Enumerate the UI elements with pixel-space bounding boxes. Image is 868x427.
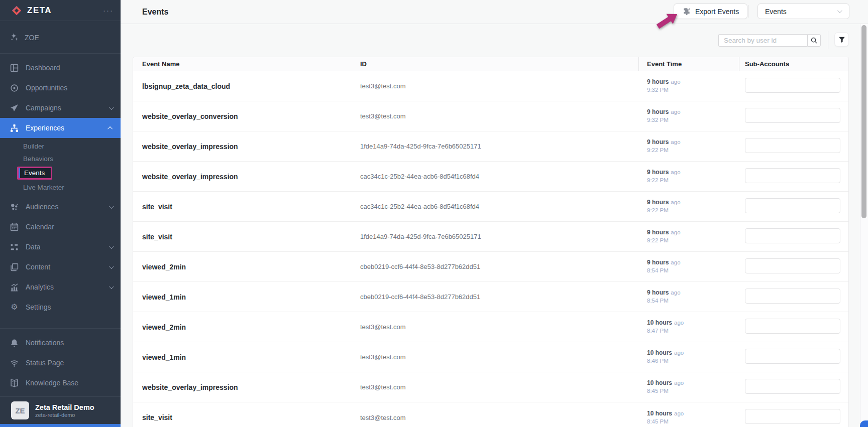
table-row[interactable]: website_overlay_conversion test3@test.co… <box>133 101 848 131</box>
chevron-down-icon <box>837 8 842 13</box>
event-name-cell: website_overlay_conversion <box>133 112 360 120</box>
sidebar-item-label: Settings <box>26 303 113 311</box>
filter-icon <box>838 36 845 43</box>
table-row[interactable]: lbsignup_zeta_data_cloud test3@test.com … <box>133 71 848 101</box>
events-view-dropdown[interactable]: Events <box>757 4 849 19</box>
book-icon <box>10 379 19 387</box>
table-row[interactable]: site_visit cac34c1c-25b2-44ea-acb6-8d54f… <box>133 192 848 222</box>
sidebar-item-data[interactable]: Data <box>0 237 121 257</box>
search-button[interactable] <box>807 34 821 47</box>
export-events-button[interactable]: Export Events <box>674 4 747 19</box>
sidebar-item-experiences[interactable]: Experiences <box>0 118 121 138</box>
sitemap-icon <box>10 124 19 132</box>
table-header-row: Event Name ID Event Time Sub-Accounts <box>133 57 848 71</box>
column-divider[interactable] <box>638 57 639 71</box>
sidebar-subitem-events[interactable]: Events <box>0 165 121 181</box>
event-name-cell: viewed_2min <box>133 323 360 331</box>
sidebar-subitem-behaviors[interactable]: Behaviors <box>0 153 121 165</box>
sub-account-input[interactable] <box>745 108 840 123</box>
sidebar-item-label: Opportunities <box>26 84 113 92</box>
event-name-cell: lbsignup_zeta_data_cloud <box>133 82 360 90</box>
chevron-down-icon <box>109 244 114 249</box>
table-row[interactable]: website_overlay_impression test3@test.co… <box>133 372 848 402</box>
sidebar-item-label: Audiences <box>26 203 109 211</box>
sub-account-input[interactable] <box>745 78 840 93</box>
table-row[interactable]: viewed_2min cbeb0219-ccf6-44f4-8e53-8d27… <box>133 252 848 282</box>
sub-account-input[interactable] <box>745 198 840 213</box>
sidebar-item-status-page[interactable]: Status Page <box>0 353 121 373</box>
event-time-absolute: 9:32 PM <box>647 116 745 124</box>
event-id-cell: test3@test.com <box>360 383 647 391</box>
table-row[interactable]: viewed_2min test3@test.com 10 hoursago 8… <box>133 312 848 342</box>
sidebar-item-dashboard[interactable]: Dashboard <box>0 58 121 78</box>
event-time-ago: ago <box>674 320 684 326</box>
search-input[interactable] <box>718 34 807 47</box>
sub-account-input[interactable] <box>745 319 840 334</box>
filter-button[interactable] <box>834 32 849 47</box>
sidebar-subitem-live-marketer[interactable]: Live Marketer <box>0 181 121 194</box>
sub-account-input[interactable] <box>745 138 840 153</box>
event-name-cell: website_overlay_impression <box>133 383 360 391</box>
sub-account-input[interactable] <box>745 379 840 394</box>
sub-accounts-cell <box>745 198 848 215</box>
scrollbar-thumb[interactable] <box>861 25 866 218</box>
sidebar-divider <box>0 328 121 329</box>
event-id-cell: test3@test.com <box>360 414 647 421</box>
event-time-absolute: 8:45 PM <box>647 418 745 426</box>
topbar-divider <box>748 5 748 18</box>
sidebar-item-label: Experiences <box>26 124 109 132</box>
sidebar-subitem-builder[interactable]: Builder <box>0 140 121 153</box>
sub-account-input[interactable] <box>745 349 840 364</box>
sidebar-item-analytics[interactable]: Analytics <box>0 277 121 297</box>
event-time-relative: 9 hours <box>647 259 669 266</box>
event-time-ago: ago <box>674 350 684 356</box>
sub-account-input[interactable] <box>745 258 840 273</box>
sidebar-item-opportunities[interactable]: Opportunities <box>0 78 121 98</box>
event-time-absolute: 9:22 PM <box>647 177 745 185</box>
column-divider[interactable] <box>739 57 739 71</box>
sidebar-item-content[interactable]: Content <box>0 257 121 277</box>
chat-widget-corner[interactable] <box>860 420 868 427</box>
sidebar-subitem-label: Behaviors <box>23 155 53 163</box>
sidebar-item-calendar[interactable]: Calendar <box>0 217 121 237</box>
event-time-cell: 9 hoursago 8:54 PM <box>647 289 745 305</box>
sub-account-input[interactable] <box>745 409 840 424</box>
sidebar-nav-lower: Audiences Calendar Data Content Analytic… <box>0 197 121 317</box>
event-id-cell: test3@test.com <box>360 353 647 361</box>
event-time-absolute: 8:47 PM <box>647 327 745 335</box>
sidebar-item-notifications[interactable]: Notifications <box>0 333 121 353</box>
sidebar-item-label: Content <box>26 263 109 271</box>
sub-account-input[interactable] <box>745 228 840 243</box>
export-events-label: Export Events <box>695 8 739 16</box>
table-row[interactable]: viewed_1min test3@test.com 10 hoursago 8… <box>133 342 848 372</box>
table-row[interactable]: site_visit test3@test.com 10 hoursago 8:… <box>133 402 848 427</box>
table-row[interactable]: website_overlay_impression 1fde14a9-74da… <box>133 131 848 162</box>
account-switcher[interactable]: ZE Zeta Retail Demo zeta-retail-demo <box>0 396 121 424</box>
event-time-absolute: 8:46 PM <box>647 357 745 365</box>
sidebar-item-zoe[interactable]: ZOE <box>0 27 121 48</box>
content-icon <box>10 263 19 271</box>
sidebar-menu-dots-icon[interactable]: ··· <box>103 6 114 15</box>
event-time-absolute: 9:32 PM <box>647 86 745 94</box>
table-row[interactable]: website_overlay_impression cac34c1c-25b2… <box>133 162 848 192</box>
event-id-cell: cac34c1c-25b2-44ea-acb6-8d54f1c68fd4 <box>360 203 647 210</box>
event-time-relative: 9 hours <box>647 78 669 85</box>
sidebar-item-knowledge-base[interactable]: Knowledge Base <box>0 373 121 393</box>
sub-accounts-cell <box>745 108 848 125</box>
sidebar-item-campaigns[interactable]: Campaigns <box>0 98 121 118</box>
sidebar-subitem-label: Live Marketer <box>23 184 64 191</box>
account-slug: zeta-retail-demo <box>35 412 94 418</box>
sub-accounts-cell <box>745 379 848 396</box>
event-time-relative: 9 hours <box>647 169 669 176</box>
table-row[interactable]: site_visit 1fde14a9-74da-425d-9fca-7e6b6… <box>133 222 848 252</box>
chevron-down-icon <box>109 204 114 209</box>
table-row[interactable]: viewed_1min cbeb0219-ccf6-44f4-8e53-8d27… <box>133 282 848 312</box>
sidebar-item-audiences[interactable]: Audiences <box>0 197 121 217</box>
sub-account-input[interactable] <box>745 168 840 183</box>
event-time-relative: 9 hours <box>647 289 669 296</box>
event-name-cell: site_visit <box>133 233 360 241</box>
sub-account-input[interactable] <box>745 289 840 304</box>
sidebar-item-settings[interactable]: ⚙ Settings <box>0 297 121 317</box>
status-icon <box>10 359 19 367</box>
event-time-cell: 9 hoursago 9:22 PM <box>647 168 745 184</box>
